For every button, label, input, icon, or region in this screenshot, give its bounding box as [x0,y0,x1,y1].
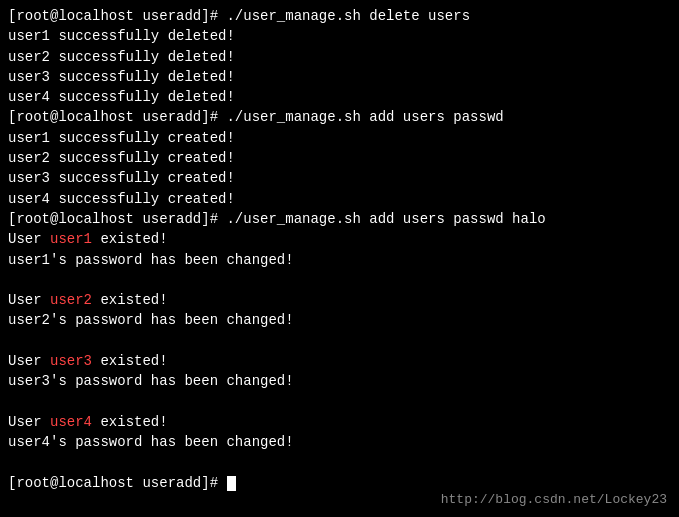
terminal-line: user3 successfully created! [8,168,671,188]
terminal-line: user4's password has been changed! [8,432,671,452]
terminal-line: User user1 existed! [8,229,671,249]
terminal-line: [root@localhost useradd]# ./user_manage.… [8,6,671,26]
terminal-line: User user3 existed! [8,351,671,371]
terminal-window[interactable]: [root@localhost useradd]# ./user_manage.… [0,0,679,517]
terminal-line [8,270,671,290]
terminal-line: user3 successfully deleted! [8,67,671,87]
terminal-line: user1's password has been changed! [8,250,671,270]
terminal-line: user2's password has been changed! [8,310,671,330]
terminal-line [8,453,671,473]
terminal-line: user3's password has been changed! [8,371,671,391]
terminal-line: User user2 existed! [8,290,671,310]
terminal-line: [root@localhost useradd]# [8,473,671,493]
terminal-line [8,392,671,412]
terminal-line: User user4 existed! [8,412,671,432]
terminal-cursor [227,476,236,491]
terminal-line: user4 successfully created! [8,189,671,209]
terminal-line: [root@localhost useradd]# ./user_manage.… [8,107,671,127]
terminal-line: user4 successfully deleted! [8,87,671,107]
terminal-line: user2 successfully deleted! [8,47,671,67]
terminal-line: user1 successfully created! [8,128,671,148]
terminal-line: user2 successfully created! [8,148,671,168]
watermark: http://blog.csdn.net/Lockey23 [441,492,667,507]
terminal-line [8,331,671,351]
terminal-line: user1 successfully deleted! [8,26,671,46]
terminal-line: [root@localhost useradd]# ./user_manage.… [8,209,671,229]
